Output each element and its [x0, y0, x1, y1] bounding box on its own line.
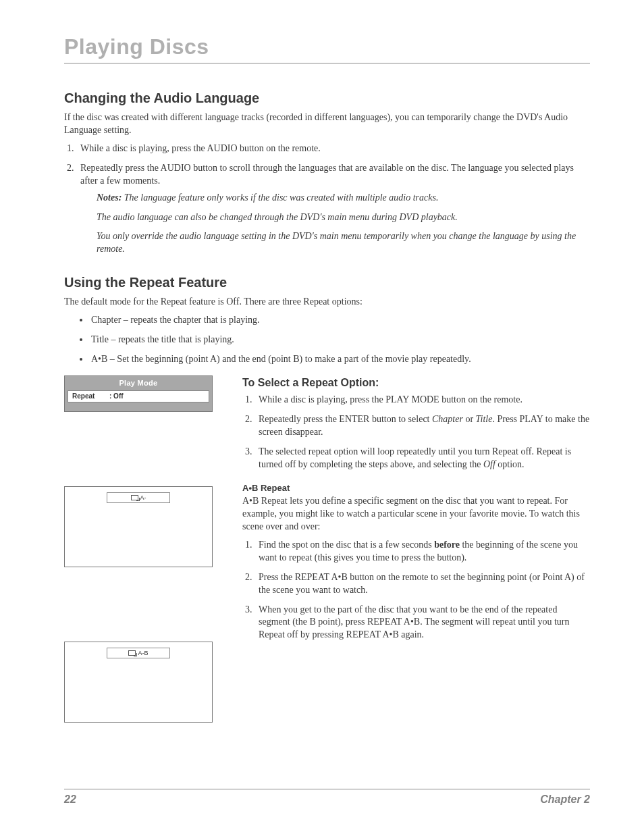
audio-intro: If the disc was created with different l…	[64, 111, 590, 137]
osd-row-key: Repeat	[72, 392, 109, 401]
text-em: Title	[476, 414, 493, 424]
audio-step: Repeatedly press the AUDIO button to scr…	[76, 162, 590, 256]
osd-row-val: : Off	[109, 392, 124, 401]
text: option.	[495, 459, 525, 469]
chapter-label: Chapter 2	[540, 792, 590, 807]
osd-repeat-row: Repeat : Off	[68, 390, 209, 403]
repeat-options: Chapter – repeats the chapter that is pl…	[64, 314, 590, 366]
chapter-title: Playing Discs	[64, 32, 590, 63]
step-text: Repeatedly press the AUDIO button to scr…	[80, 163, 574, 186]
select-repeat-steps: While a disc is playing, press the PLAY …	[242, 394, 590, 471]
screen-ab-box: A-B	[64, 642, 213, 723]
audio-step: While a disc is playing, press the AUDIO…	[76, 142, 590, 155]
select-repeat-heading: To Select a Repeat Option:	[242, 375, 590, 390]
text-em: Off	[483, 459, 495, 469]
repeat-icon	[128, 650, 136, 656]
list-item: Find the spot on the disc that is a few …	[254, 539, 590, 565]
notes-block: Notes: The language feature only works i…	[97, 192, 590, 257]
list-item: Repeatedly press the ENTER button to sel…	[254, 413, 590, 439]
repeat-option: A•B – Set the beginning (point A) and th…	[90, 353, 590, 366]
repeat-option: Title – repeats the title that is playin…	[90, 334, 590, 346]
list-item: When you get to the part of the disc tha…	[254, 604, 590, 642]
illustration-column: Play Mode Repeat : Off A- A-B	[64, 375, 213, 723]
text: Repeatedly press the ENTER button to sel…	[259, 414, 432, 424]
audio-steps: While a disc is playing, press the AUDIO…	[64, 142, 590, 256]
section-heading-repeat: Using the Repeat Feature	[64, 273, 590, 292]
notes-label: Notes:	[97, 192, 122, 203]
section-heading-audio: Changing the Audio Language	[64, 89, 590, 107]
repeat-option: Chapter – repeats the chapter that is pl…	[90, 314, 590, 327]
text-em: Chapter	[432, 414, 463, 424]
text: The selected repeat option will loop rep…	[259, 446, 571, 469]
text-bold: before	[434, 540, 460, 550]
ab-repeat-heading: A•B Repeat	[242, 482, 590, 494]
page-footer: 22 Chapter 2	[64, 789, 590, 807]
screen-a-label: A-	[140, 494, 146, 502]
text: or	[463, 414, 476, 424]
page-number: 22	[64, 792, 76, 807]
screen-ab-label: A-B	[138, 649, 148, 657]
list-item: The selected repeat option will loop rep…	[254, 446, 590, 471]
repeat-icon	[131, 495, 138, 500]
text: Find the spot on the disc that is a few …	[259, 540, 434, 550]
ab-repeat-steps: Find the spot on the disc that is a few …	[242, 539, 590, 642]
ab-repeat-intro: A•B Repeat lets you define a specific se…	[242, 495, 590, 533]
note-text: The language feature only works if the d…	[124, 192, 439, 203]
screen-ab-pill: A-B	[107, 648, 170, 658]
osd-playmode-box: Play Mode Repeat : Off	[64, 375, 213, 412]
repeat-intro: The default mode for the Repeat feature …	[64, 296, 590, 309]
screen-a-box: A-	[64, 486, 213, 567]
osd-title: Play Mode	[65, 376, 212, 390]
two-column-layout: Play Mode Repeat : Off A- A-B To Select …	[64, 375, 590, 723]
list-item: While a disc is playing, press the PLAY …	[254, 394, 590, 407]
instruction-column: To Select a Repeat Option: While a disc …	[242, 375, 590, 649]
screen-a-pill: A-	[107, 492, 170, 503]
note-text: The audio language can also be changed t…	[97, 211, 590, 224]
list-item: Press the REPEAT A•B button on the remot…	[254, 571, 590, 597]
note-text: You only override the audio language set…	[97, 230, 590, 256]
